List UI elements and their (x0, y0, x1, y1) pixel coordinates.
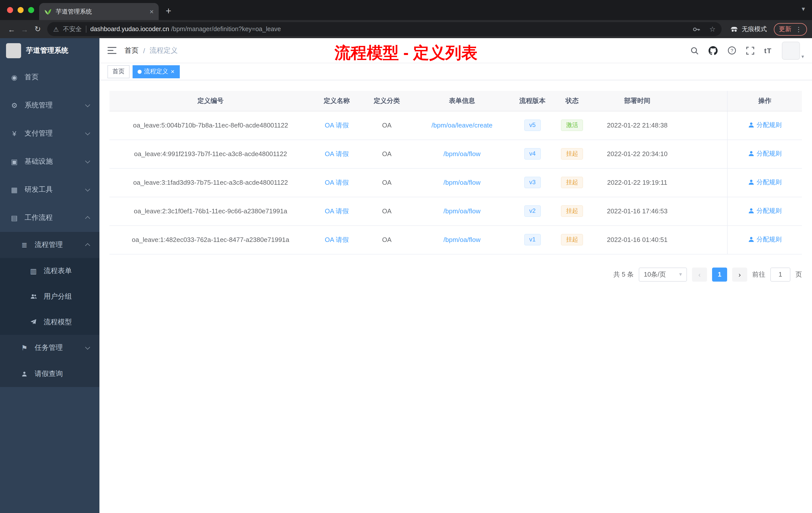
security-label[interactable]: 不安全 (63, 25, 82, 33)
sidebar-item-system[interactable]: ⚙ 系统管理 (0, 91, 99, 119)
deploy-time: 2022-01-22 21:48:38 (592, 111, 683, 140)
status-badge: 挂起 (561, 205, 583, 217)
chevron-up-icon (85, 243, 90, 248)
table-header-row: 定义编号 定义名称 定义分类 表单信息 流程版本 状态 部署时间 操作 (110, 91, 802, 111)
sidebar-item-label: 用户分组 (44, 292, 72, 301)
page-size-select[interactable]: 10条/页 ▾ (639, 267, 687, 281)
avatar[interactable] (782, 41, 800, 59)
deploy-time: 2022-01-22 20:34:10 (592, 140, 683, 168)
breadcrumb-home[interactable]: 首页 (124, 46, 139, 55)
sidebar-item-process-model[interactable]: 流程模型 (0, 309, 99, 335)
sidebar-item-infrastructure[interactable]: ▣ 基础设施 (0, 148, 99, 176)
sidebar-item-label: 工作流程 (25, 213, 53, 222)
definition-name-link[interactable]: OA 请假 (325, 121, 349, 129)
incognito-badge: 无痕模式 (727, 25, 770, 34)
window-minimize-button[interactable] (18, 7, 24, 13)
sidebar-item-workflow[interactable]: ▤ 工作流程 (0, 204, 99, 232)
github-icon[interactable] (708, 46, 718, 55)
window-controls (7, 7, 34, 13)
sidebar-item-label: 请假查询 (35, 369, 63, 379)
sidebar-item-payment[interactable]: ¥ 支付管理 (0, 119, 99, 148)
browser-menu-icon[interactable]: ⋮ (795, 25, 802, 33)
version-badge[interactable]: v5 (524, 119, 541, 131)
assign-rule-link[interactable]: 分配规则 (748, 178, 782, 187)
tag-close-icon[interactable]: × (171, 68, 174, 75)
version-badge[interactable]: v3 (524, 177, 541, 188)
assign-rule-label: 分配规则 (756, 150, 782, 158)
window-close-button[interactable] (7, 7, 13, 13)
page-button-1[interactable]: 1 (712, 267, 727, 281)
tab-title: 芋道管理系统 (56, 7, 146, 16)
sidebar-item-user-group[interactable]: 用户分组 (0, 283, 99, 309)
status-badge: 激活 (561, 119, 583, 131)
version-badge[interactable]: v1 (524, 234, 541, 245)
page-size-value: 10条/页 (644, 270, 666, 279)
sidebar-item-label: 流程模型 (44, 318, 72, 327)
assign-rule-link[interactable]: 分配规则 (748, 121, 782, 129)
back-icon[interactable]: ← (5, 25, 18, 33)
page-unit-label: 页 (795, 270, 802, 279)
tab-search-chevron-icon[interactable]: ▾ (802, 5, 805, 12)
tab-close-icon[interactable]: × (150, 7, 154, 16)
form-link[interactable]: /bpm/oa/flow (443, 207, 480, 215)
definition-name-link[interactable]: OA 请假 (325, 207, 349, 215)
next-page-button[interactable]: › (732, 267, 747, 281)
bookmark-star-icon[interactable]: ☆ (709, 25, 716, 33)
version-badge[interactable]: v2 (524, 205, 541, 217)
chevron-up-icon (85, 216, 90, 221)
form-link[interactable]: /bpm/oa/flow (443, 236, 480, 243)
definition-id: oa_leave:3:1fad3d93-7b75-11ec-a3c8-acde4… (110, 168, 312, 197)
form-link[interactable]: /bpm/oa/flow (443, 150, 480, 158)
version-badge[interactable]: v4 (524, 148, 541, 160)
window-zoom-button[interactable] (28, 7, 34, 13)
sidebar-item-label: 研发工具 (25, 185, 53, 194)
sidebar-menu: ◉ 首页 ⚙ 系统管理 ¥ 支付管理 ▣ 基础设施 (0, 63, 99, 387)
browser-tab[interactable]: 芋道管理系统 × (39, 3, 159, 20)
forward-icon[interactable]: → (18, 25, 31, 33)
sidebar-item-leave-query[interactable]: 请假查询 (0, 361, 99, 387)
status-badge: 挂起 (561, 234, 583, 245)
definition-name-link[interactable]: OA 请假 (325, 178, 349, 186)
sidebar-item-task-mgmt[interactable]: ⚑ 任务管理 (0, 335, 99, 361)
list-icon: ≣ (20, 241, 29, 249)
update-button[interactable]: 更新 ⋮ (774, 23, 807, 35)
dashboard-icon: ◉ (10, 73, 19, 81)
fullscreen-icon[interactable] (746, 47, 754, 55)
user-menu[interactable]: ▾ (782, 41, 804, 59)
new-tab-button[interactable]: + (166, 5, 171, 17)
sidebar-item-process-form[interactable]: ▥ 流程表单 (0, 258, 99, 283)
status-badge: 挂起 (561, 177, 583, 188)
sidebar-collapse-icon[interactable] (108, 47, 116, 54)
prev-page-button[interactable]: ‹ (692, 267, 707, 281)
tag-process-definition[interactable]: 流程定义 × (133, 65, 179, 78)
definition-name-link[interactable]: OA 请假 (325, 150, 349, 157)
font-size-icon[interactable]: tT (764, 47, 772, 55)
chevron-down-icon (85, 186, 90, 191)
reload-icon[interactable]: ↻ (31, 25, 44, 34)
goto-page-input[interactable] (770, 267, 790, 281)
tag-home[interactable]: 首页 (108, 65, 129, 78)
definition-id: oa_leave:1:482ec033-762a-11ec-8477-a2380… (110, 225, 312, 254)
table-row: oa_leave:3:1fad3d93-7b75-11ec-a3c8-acde4… (110, 168, 802, 197)
assign-rule-link[interactable]: 分配规则 (748, 150, 782, 158)
app-logo[interactable]: 芋道管理系统 (0, 38, 99, 63)
col-definition-category: 定义分类 (362, 91, 411, 111)
sidebar-item-home[interactable]: ◉ 首页 (0, 63, 99, 91)
deploy-time: 2022-01-22 19:19:11 (592, 168, 683, 197)
monitor-icon: ▣ (10, 158, 19, 165)
form-link[interactable]: /bpm/oa/leave/create (432, 121, 493, 129)
sidebar-item-devtools[interactable]: ▦ 研发工具 (0, 176, 99, 204)
logo-avatar (6, 43, 21, 58)
address-bar[interactable]: ⚠ 不安全 dashboard.yudao.iocoder.cn/bpm/man… (47, 22, 722, 36)
search-icon[interactable] (691, 47, 698, 55)
sidebar-item-process-mgmt[interactable]: ≣ 流程管理 (0, 232, 99, 258)
form-link[interactable]: /bpm/oa/flow (443, 179, 480, 186)
help-icon[interactable]: ? (728, 46, 736, 55)
person-icon (748, 122, 754, 128)
col-status: 状态 (553, 91, 592, 111)
assign-rule-link[interactable]: 分配规则 (748, 207, 782, 215)
chevron-down-icon (85, 158, 90, 163)
password-key-icon[interactable] (693, 25, 700, 33)
assign-rule-link[interactable]: 分配规则 (748, 235, 782, 244)
definition-name-link[interactable]: OA 请假 (325, 236, 349, 243)
